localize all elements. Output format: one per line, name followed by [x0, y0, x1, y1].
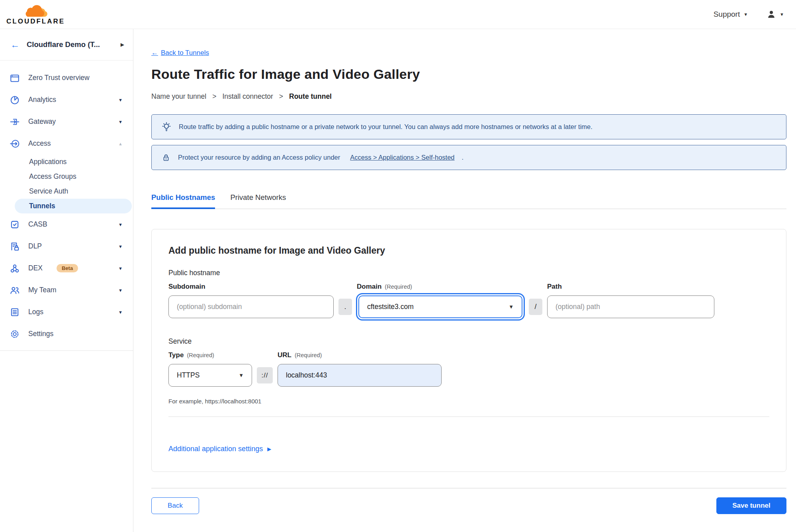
path-field: Path	[547, 283, 714, 318]
service-group-label: Service	[168, 337, 769, 346]
tip-banner: Route traffic by adding a public hostnam…	[151, 114, 786, 139]
lightbulb-icon	[161, 122, 172, 132]
cloudflare-cloud-icon	[23, 4, 49, 18]
save-tunnel-button[interactable]: Save tunnel	[716, 497, 786, 514]
path-label: Path	[547, 283, 714, 291]
access-applications-link[interactable]: Access > Applications > Self-hosted	[350, 154, 454, 161]
back-arrow-icon[interactable]: ←	[10, 40, 20, 49]
card-divider	[168, 417, 769, 417]
chevron-down-icon: ▼	[118, 244, 123, 249]
sidebar-item-casb[interactable]: CASB ▼	[0, 213, 133, 235]
sidebar-item-access[interactable]: Access ▲	[0, 133, 133, 155]
chevron-down-icon: ▼	[780, 12, 784, 17]
chevron-right-icon: ▶	[267, 446, 271, 452]
subdomain-input[interactable]	[168, 295, 334, 318]
chevron-down-icon: ▼	[118, 222, 123, 227]
public-hostname-card: Add public hostname for Image and Video …	[151, 229, 786, 472]
sidebar-account-header[interactable]: ← Cloudflare Demo (T... ▶	[0, 29, 133, 61]
topbar-right: Support ▼ ▼	[714, 9, 784, 20]
network-nodes-icon	[10, 263, 20, 274]
account-name: Cloudflare Demo (T...	[27, 40, 100, 49]
subdomain-label: Subdomain	[168, 283, 334, 291]
slash-separator: /	[529, 299, 542, 315]
back-button[interactable]: Back	[151, 497, 199, 514]
path-input[interactable]	[547, 295, 714, 318]
cloudflare-logo[interactable]: CLOUDFLARE	[6, 4, 65, 25]
sidebar-item-label: My Team	[28, 286, 57, 294]
additional-settings-label: Additional application settings	[168, 445, 263, 453]
sidebar-item-label: Tunnels	[29, 202, 55, 210]
sidebar-divider	[0, 350, 133, 351]
list-document-icon	[10, 307, 20, 317]
step-separator: >	[279, 92, 283, 101]
breadcrumb-steps: Name your tunnel > Install connector > R…	[151, 92, 786, 101]
service-field-row: Type(Required) HTTPS ▼ :// URL(Required)	[168, 351, 769, 387]
casb-icon	[10, 219, 20, 230]
sidebar-item-label: Logs	[28, 308, 43, 316]
type-field: Type(Required) HTTPS ▼	[168, 351, 252, 387]
chevron-down-icon: ▼	[118, 310, 123, 315]
page-title: Route Traffic for Image and Video Galler…	[151, 66, 786, 82]
domain-field: Domain(Required) cftestsite3.com ▼	[357, 283, 524, 318]
chevron-down-icon: ▼	[232, 372, 244, 378]
service-type-select[interactable]: HTTPS ▼	[168, 364, 252, 387]
sidebar-item-zero-trust-overview[interactable]: Zero Trust overview	[0, 67, 133, 89]
sidebar-item-label: DEX	[28, 264, 43, 272]
user-menu[interactable]: ▼	[766, 9, 784, 20]
chevron-down-icon: ▼	[743, 12, 748, 17]
sidebar-item-applications[interactable]: Applications	[0, 155, 133, 169]
access-policy-text: Protect your resource by adding an Acces…	[178, 154, 340, 161]
sidebar-item-analytics[interactable]: Analytics ▼	[0, 89, 133, 111]
sidebar-item-settings[interactable]: Settings	[0, 323, 133, 345]
sidebar-item-dlp[interactable]: DLP ▼	[0, 235, 133, 257]
tab-bar: Public Hostnames Private Networks	[151, 193, 786, 209]
step-install-connector[interactable]: Install connector	[222, 92, 273, 101]
additional-settings-toggle[interactable]: Additional application settings ▶	[168, 445, 271, 453]
access-icon	[10, 139, 20, 149]
chevron-down-icon: ▼	[118, 119, 123, 124]
domain-label: Domain(Required)	[357, 283, 524, 291]
sidebar-item-dex[interactable]: DEX Beta ▼	[0, 257, 133, 279]
user-icon	[766, 9, 776, 20]
beta-badge: Beta	[57, 264, 78, 272]
sidebar-item-logs[interactable]: Logs ▼	[0, 301, 133, 323]
chevron-down-icon: ▼	[118, 266, 123, 271]
sidebar-item-label: Zero Trust overview	[28, 74, 90, 82]
sidebar-item-access-groups[interactable]: Access Groups	[0, 169, 133, 184]
tab-public-hostnames[interactable]: Public Hostnames	[151, 193, 215, 209]
card-heading: Add public hostname for Image and Video …	[168, 245, 769, 256]
sidebar-item-label: Gateway	[28, 117, 56, 126]
sidebar-item-my-team[interactable]: My Team ▼	[0, 279, 133, 301]
sidebar-item-label: Settings	[28, 330, 53, 338]
public-hostname-group-label: Public hostname	[168, 269, 769, 277]
sidebar-item-tunnels[interactable]: Tunnels	[15, 199, 132, 213]
url-field: URL(Required)	[278, 351, 442, 387]
lock-icon	[161, 153, 171, 162]
url-label: URL(Required)	[278, 351, 442, 359]
tab-private-networks[interactable]: Private Networks	[230, 193, 286, 209]
type-label: Type(Required)	[168, 351, 252, 359]
domain-select[interactable]: cftestsite3.com ▼	[358, 295, 522, 318]
pie-chart-icon	[10, 95, 20, 105]
chevron-right-icon[interactable]: ▶	[121, 42, 124, 47]
sidebar-item-label: Access Groups	[29, 172, 76, 181]
app-window: CLOUDFLARE Support ▼ ▼ ← Cloudflare Demo…	[0, 0, 796, 532]
dot-separator: .	[338, 299, 352, 315]
domain-select-value: cftestsite3.com	[367, 303, 414, 311]
url-example-hint: For example, https://localhost:8001	[168, 398, 769, 405]
sidebar-item-service-auth[interactable]: Service Auth	[0, 184, 133, 199]
access-policy-period: .	[462, 154, 464, 161]
service-url-input[interactable]	[278, 364, 442, 387]
required-note: (Required)	[385, 284, 412, 290]
required-note: (Required)	[295, 352, 322, 358]
support-menu[interactable]: Support ▼	[714, 10, 748, 19]
footer-actions: Back Save tunnel	[151, 497, 786, 514]
sidebar-item-label: Access	[28, 139, 51, 148]
main-content: ← Back to Tunnels Route Traffic for Imag…	[134, 29, 796, 532]
sidebar: ← Cloudflare Demo (T... ▶ Zero Trust ove…	[0, 29, 133, 532]
back-arrow-icon: ←	[151, 49, 158, 57]
step-name-your-tunnel[interactable]: Name your tunnel	[151, 92, 206, 101]
sidebar-item-gateway[interactable]: Gateway ▼	[0, 111, 133, 133]
service-type-value: HTTPS	[177, 371, 199, 379]
back-to-tunnels-link[interactable]: ← Back to Tunnels	[151, 49, 209, 57]
